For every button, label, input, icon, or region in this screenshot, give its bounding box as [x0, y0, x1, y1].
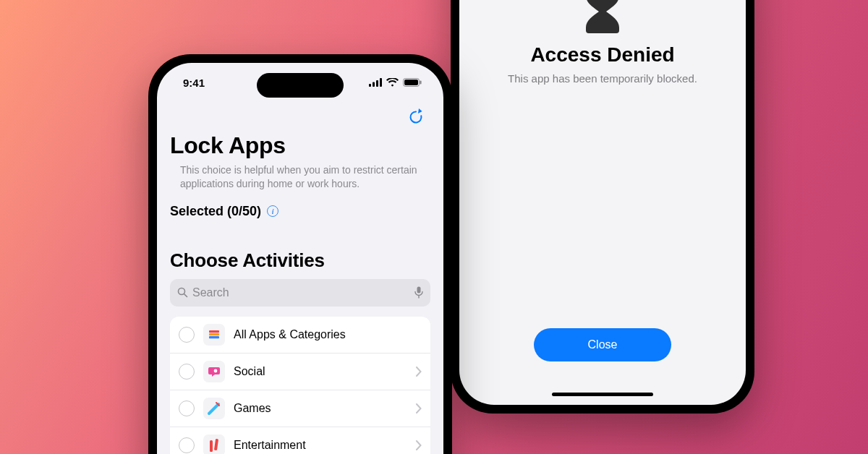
refresh-button[interactable] — [403, 103, 429, 129]
svg-rect-5 — [404, 80, 418, 85]
svg-line-8 — [184, 294, 187, 297]
svg-rect-6 — [420, 80, 422, 84]
svg-rect-12 — [209, 333, 219, 335]
list-item[interactable]: Entertainment — [170, 427, 430, 454]
page-subtitle: This choice is helpful when you aim to r… — [170, 163, 430, 191]
list-item[interactable]: Social — [170, 354, 430, 390]
chevron-right-icon — [416, 367, 422, 377]
social-icon — [203, 361, 225, 382]
svg-rect-0 — [369, 84, 371, 87]
radio-unchecked[interactable] — [179, 327, 195, 343]
list-item-label: All Apps & Categories — [234, 328, 422, 341]
denied-title: Access Denied — [530, 43, 674, 67]
mic-icon[interactable] — [414, 286, 423, 299]
list-item-label: Games — [234, 402, 407, 415]
phone-access-denied: Access Denied This app has been temporar… — [451, 0, 754, 414]
wifi-icon — [386, 77, 399, 89]
status-time: 9:41 — [183, 77, 205, 89]
svg-rect-1 — [373, 82, 375, 87]
battery-icon — [403, 77, 422, 89]
list-item[interactable]: All Apps & Categories — [170, 317, 430, 354]
svg-rect-11 — [209, 336, 219, 338]
radio-unchecked[interactable] — [179, 364, 195, 380]
search-icon — [177, 287, 188, 298]
svg-rect-2 — [376, 80, 378, 87]
games-icon — [203, 398, 225, 419]
selected-count: Selected (0/50) — [170, 204, 261, 219]
list-item-label: Social — [234, 365, 407, 378]
chevron-right-icon — [416, 403, 422, 414]
close-button[interactable]: Close — [534, 328, 671, 361]
phone-lock-apps: 9:41 — [148, 54, 452, 454]
list-item-label: Entertainment — [234, 439, 407, 452]
list-item[interactable]: Games — [170, 390, 430, 427]
svg-rect-16 — [214, 439, 218, 450]
hourglass-icon — [583, 0, 622, 38]
section-title: Choose Activities — [170, 249, 430, 272]
dynamic-island — [257, 73, 344, 98]
radio-unchecked[interactable] — [179, 401, 195, 416]
refresh-icon — [409, 108, 423, 124]
search-input[interactable]: Search — [170, 279, 430, 307]
entertainment-icon — [203, 434, 225, 454]
search-placeholder: Search — [192, 286, 414, 299]
cellular-icon — [369, 77, 382, 89]
info-icon[interactable]: i — [267, 205, 278, 217]
close-label: Close — [588, 338, 618, 351]
svg-rect-9 — [417, 287, 421, 294]
radio-unchecked[interactable] — [179, 437, 195, 453]
svg-rect-13 — [209, 330, 219, 333]
chevron-right-icon — [416, 440, 422, 450]
svg-rect-15 — [210, 440, 213, 452]
svg-rect-3 — [380, 78, 382, 87]
activities-list: All Apps & Categories Social — [170, 317, 430, 454]
page-title: Lock Apps — [170, 132, 430, 159]
home-indicator[interactable] — [552, 393, 653, 396]
all-apps-icon — [203, 324, 225, 346]
svg-point-14 — [214, 369, 218, 372]
denied-subtitle: This app has been temporarily blocked. — [508, 72, 697, 85]
